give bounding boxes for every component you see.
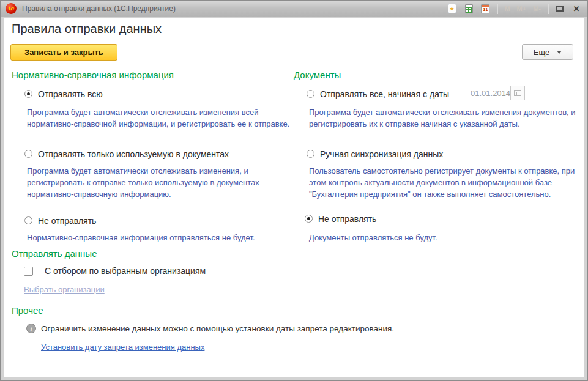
section-send-data-title: Отправлять данные bbox=[12, 248, 97, 259]
radio-label[interactable]: Не отправлять bbox=[318, 214, 376, 224]
titlebar: 1С Правила отправки данных (1С:Предприят… bbox=[1, 1, 587, 17]
section-nsi-title: Нормативно-справочная информация bbox=[12, 70, 174, 80]
memory-mminus-button[interactable]: М- bbox=[532, 5, 542, 12]
star-document-icon bbox=[448, 4, 456, 13]
titlebar-tools: 31 М М+ М- bbox=[446, 2, 582, 15]
chevron-down-icon bbox=[557, 51, 562, 54]
save-and-close-button[interactable]: Записать и закрыть bbox=[10, 44, 117, 61]
radio-docs-send-from-date[interactable]: Отправлять все, начиная с даты bbox=[305, 88, 449, 100]
docs-send-from-date-description: Программа будет автоматически отслеживат… bbox=[309, 106, 588, 130]
radio-docs-none[interactable]: Не отправлять bbox=[303, 213, 376, 224]
memory-mplus-button[interactable]: М+ bbox=[516, 5, 528, 12]
window-title: Правила отправки данных (1С:Предприятие) bbox=[22, 4, 446, 13]
app-window: 1С Правила отправки данных (1С:Предприят… bbox=[0, 0, 588, 381]
docs-none-description: Документы отправляться не будут. bbox=[309, 232, 588, 243]
restriction-note: Ограничить изменение данных можно с помо… bbox=[41, 324, 394, 333]
close-button[interactable] bbox=[570, 2, 582, 15]
manual-sync-description: Пользователь самостоятельно регистрирует… bbox=[309, 165, 588, 200]
section-documents-title: Документы bbox=[294, 70, 341, 80]
radio-label[interactable]: Отправлять всю bbox=[38, 89, 103, 99]
radio-focus-frame bbox=[305, 88, 316, 100]
calendar-grid-icon bbox=[514, 90, 521, 96]
maximize-icon bbox=[556, 6, 564, 12]
checkbox[interactable] bbox=[24, 267, 33, 276]
restriction-note-row: Ограничить изменение данных можно с помо… bbox=[26, 324, 394, 333]
memory-m-button[interactable]: М bbox=[503, 5, 511, 12]
calculator-icon bbox=[465, 4, 473, 13]
calendar-button[interactable]: 31 bbox=[479, 2, 491, 15]
start-date-input[interactable] bbox=[466, 86, 510, 100]
radio-nsi-send-all[interactable]: Отправлять всю bbox=[23, 88, 103, 100]
radio-circle[interactable] bbox=[24, 216, 32, 224]
choose-organizations-link[interactable]: Выбрать организации bbox=[24, 285, 105, 294]
nsi-send-used-description: Программа будет автоматически отслеживат… bbox=[27, 165, 299, 200]
page-title: Правила отправки данных bbox=[12, 22, 162, 36]
radio-label[interactable]: Отправлять все, начиная с даты bbox=[320, 89, 449, 99]
radio-circle[interactable] bbox=[307, 150, 314, 158]
section-other-title: Прочее bbox=[12, 305, 43, 316]
radio-label[interactable]: Не отправлять bbox=[38, 216, 96, 226]
radio-circle[interactable] bbox=[305, 215, 313, 223]
1c-logo-icon: 1С bbox=[6, 3, 17, 14]
set-restriction-date-link[interactable]: Установить дату запрета изменения данных bbox=[41, 342, 204, 352]
radio-focus-frame bbox=[303, 213, 314, 224]
radio-manual-sync[interactable]: Ручная синхронизация данных bbox=[305, 148, 443, 160]
radio-nsi-send-used[interactable]: Отправлять только используемую в докумен… bbox=[23, 148, 229, 160]
date-picker-button[interactable] bbox=[510, 86, 525, 100]
form-content: Правила отправки данных Записать и закры… bbox=[4, 18, 584, 377]
info-icon bbox=[26, 324, 36, 333]
nsi-none-description: Нормативно-справочная информация отправл… bbox=[27, 232, 299, 243]
titlebar-separator bbox=[497, 4, 497, 14]
favorites-button[interactable] bbox=[446, 2, 458, 15]
nsi-send-all-description: Программа будет автоматически отслеживат… bbox=[27, 106, 299, 130]
radio-focus-frame bbox=[305, 148, 316, 160]
calendar-icon: 31 bbox=[481, 4, 489, 13]
more-button-label: Еще bbox=[534, 48, 549, 57]
radio-label[interactable]: Отправлять только используемую в докумен… bbox=[38, 149, 229, 159]
titlebar-separator bbox=[548, 4, 548, 14]
radio-circle[interactable] bbox=[307, 90, 314, 98]
radio-circle[interactable] bbox=[24, 90, 32, 98]
radio-label[interactable]: Ручная синхронизация данных bbox=[320, 149, 443, 159]
calculator-button[interactable] bbox=[463, 2, 475, 15]
maximize-button[interactable] bbox=[554, 2, 566, 15]
radio-focus-frame bbox=[23, 88, 34, 100]
radio-circle[interactable] bbox=[24, 150, 32, 158]
radio-nsi-none[interactable]: Не отправлять bbox=[23, 215, 96, 226]
start-date-group bbox=[466, 86, 525, 100]
checkbox-label[interactable]: С отбором по выбранным организациям bbox=[45, 266, 206, 276]
more-button[interactable]: Еще bbox=[522, 44, 573, 60]
radio-focus-frame bbox=[23, 148, 34, 160]
radio-focus-frame bbox=[23, 215, 34, 226]
filter-by-orgs-checkbox-row[interactable]: С отбором по выбранным организациям bbox=[24, 266, 206, 276]
